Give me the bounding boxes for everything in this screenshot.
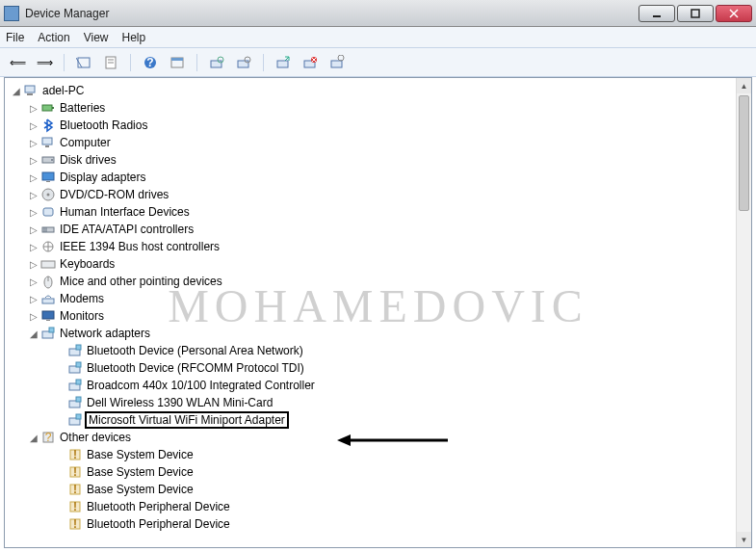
tree-item-label: Keyboards bbox=[60, 257, 115, 271]
scan-hardware-button[interactable] bbox=[205, 52, 228, 73]
modem-icon bbox=[40, 291, 56, 306]
toolbar-separator bbox=[130, 54, 131, 71]
maximize-button[interactable] bbox=[677, 5, 714, 22]
disk-icon bbox=[40, 152, 56, 168]
expander-icon[interactable]: ▷ bbox=[26, 311, 40, 322]
show-hide-button[interactable] bbox=[72, 52, 95, 73]
menu-help[interactable]: Help bbox=[122, 31, 146, 44]
tree-item-label: Computer bbox=[60, 136, 111, 149]
tree-item-label: Bluetooth Radios bbox=[60, 118, 147, 132]
tree-category[interactable]: ▷Monitors bbox=[5, 307, 736, 325]
arrow-right-icon: ⟹ bbox=[37, 56, 53, 69]
tree-item-label: Mice and other pointing devices bbox=[60, 275, 222, 288]
back-button[interactable]: ⟸ bbox=[6, 52, 29, 73]
tree-category[interactable]: ▷Modems bbox=[5, 290, 736, 307]
tree-category[interactable]: ▷Mice and other pointing devices bbox=[5, 273, 736, 290]
scroll-thumb[interactable] bbox=[739, 95, 749, 211]
mouse-icon bbox=[40, 274, 56, 289]
tree-category[interactable]: ◢?Other devices bbox=[5, 429, 736, 446]
unknown-icon: ! bbox=[67, 464, 83, 480]
close-button[interactable] bbox=[716, 5, 752, 22]
scroll-down-button[interactable]: ▼ bbox=[737, 532, 751, 547]
svg-rect-45 bbox=[42, 311, 54, 319]
svg-line-5 bbox=[76, 58, 82, 67]
svg-rect-1 bbox=[691, 10, 699, 17]
expander-icon[interactable]: ▷ bbox=[26, 259, 40, 270]
expander-icon[interactable]: ▷ bbox=[26, 172, 40, 183]
tree-category[interactable]: ▷DVD/CD-ROM drives bbox=[5, 186, 736, 203]
tree-category[interactable]: ▷Bluetooth Radios bbox=[5, 117, 736, 134]
menu-action[interactable]: Action bbox=[38, 31, 69, 44]
tree-device[interactable]: Bluetooth Device (RFCOMM Protocol TDI) bbox=[5, 359, 736, 377]
expander-icon[interactable]: ▷ bbox=[26, 276, 40, 287]
expander-icon[interactable]: ▷ bbox=[26, 155, 40, 166]
tree-item-label: IEEE 1394 Bus host controllers bbox=[60, 240, 220, 253]
properties-button[interactable] bbox=[99, 52, 122, 73]
expander-icon[interactable]: ▷ bbox=[26, 224, 40, 235]
svg-rect-27 bbox=[42, 138, 52, 145]
svg-rect-48 bbox=[49, 328, 54, 332]
tree-device[interactable]: Broadcom 440x 10/100 Integrated Controll… bbox=[5, 377, 736, 394]
svg-rect-22 bbox=[331, 61, 342, 67]
tree-category[interactable]: ▷Display adapters bbox=[5, 169, 736, 186]
tree-root[interactable]: ◢adel-PC bbox=[5, 82, 736, 99]
tree-category[interactable]: ▷Disk drives bbox=[5, 151, 736, 169]
expander-icon[interactable]: ▷ bbox=[26, 207, 40, 218]
tree-category[interactable]: ▷Human Interface Devices bbox=[5, 203, 736, 221]
uninstall-button[interactable] bbox=[299, 52, 322, 73]
expander-icon[interactable]: ▷ bbox=[26, 190, 40, 200]
help-button[interactable]: ? bbox=[139, 52, 162, 73]
vertical-scrollbar[interactable]: ▲ ▼ bbox=[736, 78, 751, 547]
tree-device[interactable]: Dell Wireless 1390 WLAN Mini-Card bbox=[5, 394, 736, 411]
disable-button[interactable] bbox=[326, 52, 349, 73]
unknown-icon: ! bbox=[67, 447, 83, 462]
display-icon bbox=[40, 170, 56, 185]
svg-rect-4 bbox=[78, 58, 90, 67]
netadapter-icon bbox=[67, 378, 83, 393]
expander-icon[interactable]: ◢ bbox=[9, 86, 23, 96]
tree-device[interactable]: Bluetooth Device (Personal Area Network) bbox=[5, 342, 736, 359]
expander-icon[interactable]: ▷ bbox=[26, 120, 40, 131]
tree-category[interactable]: ▷Batteries bbox=[5, 99, 736, 117]
tree-device[interactable]: !Base System Device bbox=[5, 463, 736, 481]
tree-device[interactable]: !Bluetooth Peripheral Device bbox=[5, 498, 736, 515]
tree-device[interactable]: !Base System Device bbox=[5, 446, 736, 463]
tree-device[interactable]: !Bluetooth Peripheral Device bbox=[5, 515, 736, 533]
forward-button[interactable]: ⟹ bbox=[33, 52, 56, 73]
tree-category[interactable]: ▷Keyboards bbox=[5, 255, 736, 273]
tree-category[interactable]: ▷IEEE 1394 Bus host controllers bbox=[5, 238, 736, 255]
network-icon bbox=[40, 326, 56, 341]
expander-icon[interactable]: ▷ bbox=[26, 103, 40, 114]
svg-text:?: ? bbox=[146, 56, 153, 69]
expander-icon[interactable]: ▷ bbox=[26, 138, 40, 148]
scroll-up-button[interactable]: ▲ bbox=[737, 78, 751, 93]
title-bar: Device Manager bbox=[0, 0, 756, 27]
expander-icon[interactable]: ▷ bbox=[26, 294, 40, 304]
svg-rect-52 bbox=[76, 362, 81, 367]
toolbar-separator bbox=[196, 54, 197, 71]
tree-category[interactable]: ▷IDE ATA/ATAPI controllers bbox=[5, 221, 736, 238]
update-driver-button[interactable] bbox=[272, 52, 295, 73]
action-view-button[interactable] bbox=[166, 52, 189, 73]
tree-item-label: Batteries bbox=[60, 101, 105, 115]
tree-item-label: Other devices bbox=[60, 431, 131, 444]
device-tree[interactable]: ◢adel-PC▷Batteries▷Bluetooth Radios▷Comp… bbox=[5, 78, 736, 547]
computer-icon bbox=[40, 135, 56, 150]
tree-category[interactable]: ▷Computer bbox=[5, 134, 736, 151]
minimize-button[interactable] bbox=[639, 5, 675, 22]
tree-category[interactable]: ◢Network adapters bbox=[5, 325, 736, 342]
menu-file[interactable]: File bbox=[6, 31, 24, 44]
tree-item-label: IDE ATA/ATAPI controllers bbox=[60, 223, 194, 236]
tree-device[interactable]: !Base System Device bbox=[5, 481, 736, 498]
add-legacy-button[interactable] bbox=[232, 52, 255, 73]
expander-icon[interactable]: ▷ bbox=[26, 242, 40, 252]
device-manager-icon bbox=[4, 6, 19, 21]
expander-icon[interactable]: ◢ bbox=[26, 329, 40, 339]
svg-rect-54 bbox=[76, 380, 81, 384]
menu-view[interactable]: View bbox=[84, 31, 109, 44]
computer-root-icon bbox=[23, 83, 39, 98]
window-title: Device Manager bbox=[25, 7, 109, 20]
tree-device[interactable]: Microsoft Virtual WiFi Miniport Adapter bbox=[5, 411, 736, 429]
toolbar-separator bbox=[64, 54, 65, 71]
expander-icon[interactable]: ◢ bbox=[26, 433, 40, 443]
